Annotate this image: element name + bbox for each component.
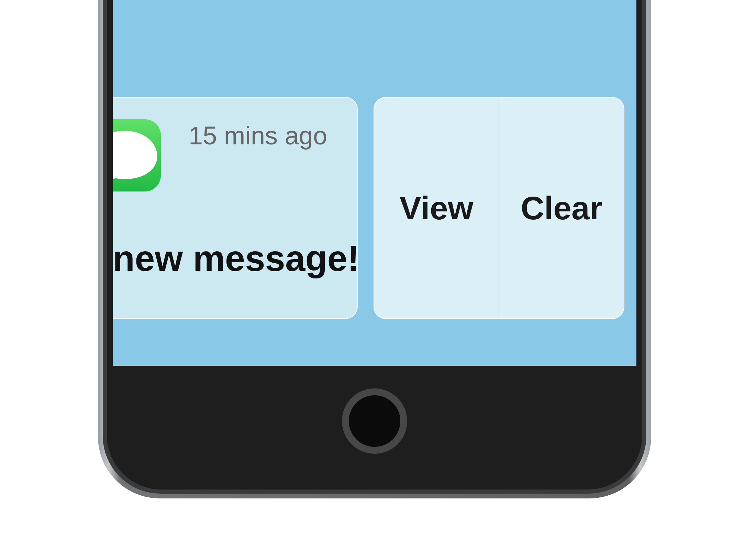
view-button[interactable]: View [374, 98, 499, 318]
notification-timestamp: 15 mins ago [189, 121, 327, 150]
home-button[interactable] [342, 388, 407, 454]
clear-button[interactable]: Clear [499, 98, 624, 318]
notification-actions: View Clear [374, 97, 624, 319]
notification-card[interactable]: 15 mins ago new message! [113, 97, 358, 319]
notification-body: new message! [113, 238, 359, 279]
messages-icon [113, 119, 161, 191]
home-button-inner [349, 395, 400, 447]
